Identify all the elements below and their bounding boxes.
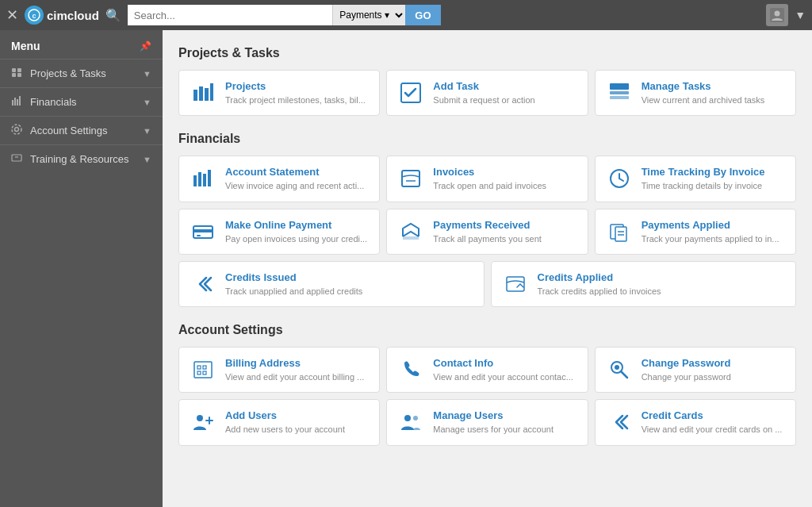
- card-invoices[interactable]: Invoices Track open and paid invoices: [386, 156, 588, 202]
- sidebar-item-label-training: Training & Resources: [30, 153, 129, 165]
- invoices-title: Invoices: [433, 166, 546, 178]
- user-avatar[interactable]: [766, 4, 788, 26]
- svg-rect-38: [615, 227, 626, 241]
- section-title-account: Account Settings: [178, 323, 796, 337]
- sidebar-item-projects-tasks[interactable]: Projects & Tasks ▼: [0, 59, 163, 87]
- svg-rect-9: [14, 98, 16, 106]
- payments-applied-icon: [607, 221, 632, 243]
- credits-issued-desc: Track unapplied and applied credits: [225, 286, 362, 297]
- add-task-card-title: Add Task: [433, 80, 534, 92]
- card-manage-users[interactable]: Manage Users Manage users for your accou…: [386, 399, 588, 445]
- credits-applied-icon: [503, 273, 528, 295]
- main-layout: Menu 📌 Projects & Tasks ▼ Financials ▼: [0, 30, 812, 507]
- sidebar-chevron-account: ▼: [143, 126, 151, 136]
- change-password-title: Change Password: [642, 357, 731, 369]
- card-make-payment[interactable]: Make Online Payment Pay open invoices us…: [178, 209, 380, 255]
- svg-rect-44: [203, 366, 206, 369]
- search-input[interactable]: [128, 5, 332, 25]
- card-add-task[interactable]: Add Task Submit a request or action: [386, 70, 588, 116]
- card-projects[interactable]: Projects Track project milestones, tasks…: [178, 70, 380, 116]
- sidebar-chevron-training: ▼: [143, 155, 151, 164]
- svg-point-54: [413, 416, 418, 421]
- svg-rect-4: [12, 68, 16, 72]
- svg-point-13: [12, 125, 21, 134]
- add-task-card-icon: [398, 82, 423, 104]
- cards-grid-projects: Projects Track project milestones, tasks…: [178, 70, 796, 116]
- svg-rect-42: [194, 362, 212, 378]
- manage-tasks-card-title: Manage Tasks: [642, 80, 765, 92]
- svg-rect-22: [610, 91, 629, 94]
- sidebar-item-financials[interactable]: Financials ▼: [0, 87, 163, 116]
- svg-rect-26: [203, 174, 206, 186]
- cards-grid-financials-row3: Credits Issued Track unapplied and appli…: [178, 261, 796, 307]
- card-credits-issued[interactable]: Credits Issued Track unapplied and appli…: [178, 261, 485, 307]
- time-tracking-desc: Time tracking details by invoice: [642, 180, 765, 191]
- card-time-tracking[interactable]: Time Tracking By Invoice Time tracking d…: [595, 156, 796, 202]
- card-contact-info[interactable]: Contact Info View and edit your account …: [386, 347, 588, 393]
- payments-received-desc: Track all payments you sent: [433, 233, 542, 244]
- invoices-icon: [398, 167, 423, 190]
- card-credits-applied[interactable]: Credits Applied Track credits applied to…: [491, 261, 797, 307]
- search-container: Payments ▾ All Invoices GO: [128, 5, 441, 25]
- search-category-dropdown[interactable]: Payments ▾ All Invoices: [332, 5, 405, 25]
- svg-rect-24: [193, 175, 197, 186]
- sidebar-pin-icon[interactable]: 📌: [140, 40, 151, 52]
- section-title-projects: Projects & Tasks: [178, 46, 796, 60]
- account-statement-desc: View invoice aging and recent acti...: [225, 180, 364, 191]
- content-area: Projects & Tasks Projects Track project: [163, 30, 812, 507]
- make-payment-desc: Pay open invoices using your credi...: [225, 233, 367, 244]
- sidebar: Menu 📌 Projects & Tasks ▼ Financials ▼: [0, 30, 163, 507]
- svg-rect-10: [17, 99, 18, 106]
- manage-users-desc: Manage users for your account: [433, 424, 553, 435]
- svg-rect-11: [19, 96, 21, 106]
- make-payment-icon: [190, 221, 216, 243]
- card-billing-address[interactable]: Billing Address View and edit your accou…: [178, 347, 380, 393]
- billing-address-title: Billing Address: [225, 357, 364, 369]
- topbar: ✕ c cimcloud 🔍 Payments ▾ All Invoices G…: [0, 0, 812, 30]
- svg-rect-19: [210, 83, 213, 101]
- card-manage-tasks[interactable]: Manage Tasks View current and archived t…: [595, 70, 796, 116]
- svg-point-53: [404, 415, 411, 421]
- card-credit-cards[interactable]: Credit Cards View and edit your credit c…: [595, 399, 796, 445]
- credit-cards-title: Credit Cards: [642, 409, 783, 421]
- topbar-dropdown-arrow[interactable]: ▼: [795, 9, 806, 21]
- svg-rect-18: [205, 88, 209, 101]
- card-payments-applied[interactable]: Payments Applied Track your payments app…: [595, 209, 796, 255]
- manage-tasks-card-desc: View current and archived tasks: [642, 94, 765, 106]
- sidebar-item-training[interactable]: Training & Resources ▼: [0, 144, 163, 173]
- account-settings-icon: [11, 124, 22, 137]
- go-button[interactable]: GO: [405, 5, 440, 25]
- sidebar-item-label-account: Account Settings: [30, 125, 108, 136]
- svg-rect-17: [199, 86, 203, 101]
- svg-rect-46: [203, 371, 206, 374]
- section-financials: Financials Account Statement View: [178, 132, 796, 307]
- svg-point-3: [775, 11, 780, 17]
- close-button[interactable]: ✕: [6, 6, 18, 24]
- card-payments-received[interactable]: Payments Received Track all payments you…: [386, 209, 588, 255]
- svg-rect-36: [403, 236, 419, 240]
- svg-rect-14: [12, 155, 21, 161]
- svg-point-12: [15, 128, 19, 132]
- add-users-title: Add Users: [225, 409, 345, 421]
- svg-rect-21: [610, 83, 629, 90]
- card-change-password[interactable]: Change Password Change your password: [595, 347, 796, 393]
- sidebar-item-account-settings[interactable]: Account Settings ▼: [0, 116, 163, 144]
- svg-rect-7: [17, 73, 21, 77]
- payments-applied-desc: Track your payments applied to in...: [642, 233, 779, 244]
- svg-rect-8: [12, 100, 13, 106]
- section-account-settings: Account Settings Billing Addre: [178, 323, 796, 446]
- cards-grid-account-row2: Add Users Add new users to your account: [178, 399, 796, 445]
- section-projects-tasks: Projects & Tasks Projects Track project: [178, 46, 796, 116]
- manage-users-icon: [398, 411, 423, 433]
- search-icon[interactable]: 🔍: [105, 8, 121, 23]
- card-account-statement[interactable]: Account Statement View invoice aging and…: [178, 156, 380, 202]
- add-users-desc: Add new users to your account: [225, 424, 345, 435]
- svg-rect-45: [197, 371, 201, 374]
- training-icon: [11, 152, 22, 166]
- svg-rect-34: [193, 229, 213, 232]
- contact-info-title: Contact Info: [433, 357, 573, 369]
- contact-info-icon: [398, 359, 423, 381]
- svg-line-48: [621, 371, 627, 378]
- svg-rect-16: [193, 90, 197, 101]
- card-add-users[interactable]: Add Users Add new users to your account: [178, 399, 380, 445]
